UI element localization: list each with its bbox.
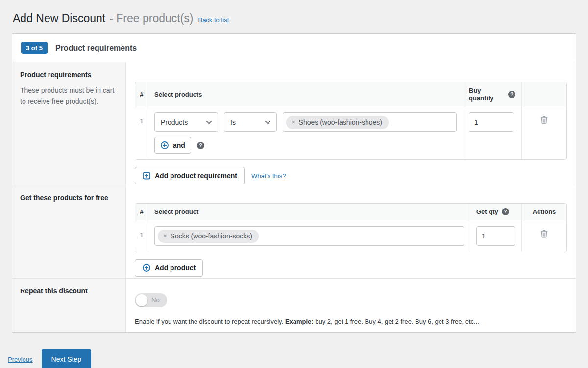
- free-product-row: 1 × Socks (woo-fashion-socks): [135, 220, 566, 252]
- requirement-conditions-cell: Products Is: [148, 106, 463, 159]
- chevron-down-icon: [206, 121, 212, 124]
- next-step-button[interactable]: Next Step: [42, 349, 91, 368]
- requirement-actions-cell: [521, 106, 566, 159]
- free-product-actions-cell: [521, 220, 566, 252]
- product-tag-label: Socks (woo-fashion-socks): [171, 232, 252, 240]
- free-products-label-cell: Get these products for free: [12, 185, 126, 278]
- page-subtitle: - Free product(s): [109, 12, 193, 25]
- step-badge: 3 of 5: [21, 42, 48, 54]
- row-number: 1: [135, 220, 148, 252]
- requirement-type-select[interactable]: Products: [154, 112, 218, 132]
- col-header-buy-quantity: Buy quantity ?: [463, 82, 521, 106]
- remove-tag-icon[interactable]: ×: [163, 232, 167, 239]
- whats-this-link[interactable]: What's this?: [251, 172, 286, 180]
- repeat-label-cell: Repeat this discount: [12, 279, 126, 332]
- requirement-row: 1 Products: [135, 106, 566, 159]
- repeat-toggle[interactable]: No: [135, 293, 167, 307]
- back-to-list-link[interactable]: Back to list: [198, 16, 229, 24]
- page-title-row: Add New Discount - Free product(s) Back …: [13, 12, 229, 25]
- col-header-get-qty: Get qty ?: [470, 204, 521, 220]
- card-header: 3 of 5 Product requirements: [12, 34, 576, 62]
- buy-quantity-cell: [463, 106, 521, 159]
- remove-tag-icon[interactable]: ×: [292, 118, 295, 126]
- requirement-condition-select[interactable]: Is: [224, 112, 277, 132]
- discount-step-card: 3 of 5 Product requirements Product requ…: [12, 33, 576, 333]
- col-header-select-products: Select products: [148, 82, 463, 106]
- requirements-table: # Select products Buy quantity ?: [135, 82, 567, 160]
- square-plus-icon: [142, 171, 151, 180]
- repeat-description: Enable if you want the discount to repea…: [135, 317, 567, 327]
- section-repeat-discount: Repeat this discount No Enable if you wa…: [12, 278, 576, 332]
- col-header-number: #: [135, 82, 148, 106]
- free-products-table: # Select product Get qty ? Actions: [135, 203, 567, 252]
- buy-quantity-input[interactable]: [469, 112, 514, 132]
- delete-requirement-button[interactable]: [540, 115, 548, 125]
- add-product-requirement-button[interactable]: Add product requirement: [135, 167, 245, 184]
- col-header-select-product: Select product: [148, 204, 470, 220]
- requirements-label: Product requirements: [20, 70, 118, 80]
- repeat-label: Repeat this discount: [20, 287, 118, 296]
- col-header-actions: Actions: [521, 204, 566, 220]
- page: Add New Discount - Free product(s) Back …: [0, 0, 588, 368]
- get-qty-help-icon[interactable]: ?: [502, 208, 509, 215]
- trash-icon: [540, 229, 548, 238]
- free-products-label: Get these products for free: [20, 193, 118, 203]
- requirement-products-input[interactable]: × Shoes (woo-fashion-shoes): [283, 112, 457, 132]
- chevron-down-icon: [265, 121, 270, 124]
- section-free-products: Get these products for free # Select pro…: [12, 185, 576, 278]
- add-and-condition-button[interactable]: and: [154, 137, 191, 154]
- requirements-content: # Select products Buy quantity ?: [126, 62, 576, 185]
- free-product-select-cell: × Socks (woo-fashion-socks): [148, 220, 470, 252]
- free-products-content: # Select product Get qty ? Actions: [126, 185, 576, 278]
- toggle-knob: [136, 294, 147, 306]
- and-condition-help-icon[interactable]: ?: [197, 142, 204, 149]
- product-tag: × Socks (woo-fashion-socks): [158, 230, 259, 243]
- requirements-label-cell: Product requirements These products must…: [12, 62, 126, 185]
- get-qty-input[interactable]: [476, 226, 515, 246]
- free-product-input[interactable]: × Socks (woo-fashion-socks): [154, 226, 464, 246]
- requirements-description: These products must be in cart to receiv…: [20, 85, 118, 107]
- add-product-button[interactable]: Add product: [135, 259, 203, 277]
- delete-free-product-button[interactable]: [540, 229, 548, 238]
- col-header-number: #: [135, 204, 148, 220]
- product-tag: × Shoes (woo-fashion-shoes): [286, 116, 389, 129]
- buy-quantity-help-icon[interactable]: ?: [508, 91, 515, 98]
- row-number: 1: [135, 106, 148, 159]
- get-qty-cell: [470, 220, 521, 252]
- product-tag-label: Shoes (woo-fashion-shoes): [299, 118, 382, 126]
- circle-plus-icon: [160, 141, 169, 150]
- wizard-footer: Previous Next Step: [8, 349, 91, 368]
- previous-step-link[interactable]: Previous: [8, 356, 33, 363]
- section-product-requirements: Product requirements These products must…: [12, 62, 576, 185]
- card-heading: Product requirements: [55, 44, 137, 53]
- circle-plus-icon: [142, 263, 151, 272]
- col-header-actions-empty: [521, 82, 566, 106]
- toggle-state-label: No: [151, 293, 160, 307]
- repeat-content: No Enable if you want the discount to re…: [126, 279, 576, 332]
- page-title: Add New Discount: [13, 12, 105, 25]
- trash-icon: [540, 115, 548, 125]
